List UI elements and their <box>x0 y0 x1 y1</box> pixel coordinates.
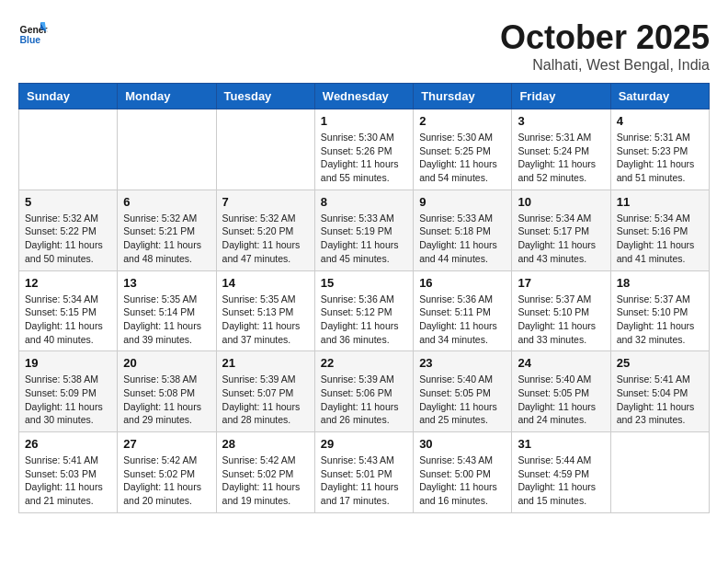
day-info: Sunrise: 5:33 AM Sunset: 5:19 PM Dayligh… <box>321 212 407 266</box>
calendar-week-row: 12Sunrise: 5:34 AM Sunset: 5:15 PM Dayli… <box>19 270 710 351</box>
calendar-cell: 12Sunrise: 5:34 AM Sunset: 5:15 PM Dayli… <box>19 270 118 351</box>
calendar-cell: 31Sunrise: 5:44 AM Sunset: 4:59 PM Dayli… <box>512 432 610 513</box>
day-info: Sunrise: 5:31 AM Sunset: 5:23 PM Dayligh… <box>617 131 703 185</box>
day-info: Sunrise: 5:42 AM Sunset: 5:02 PM Dayligh… <box>222 454 309 508</box>
calendar-cell <box>610 432 709 513</box>
day-info: Sunrise: 5:34 AM Sunset: 5:17 PM Dayligh… <box>518 212 604 266</box>
day-number: 22 <box>321 356 407 370</box>
day-number: 24 <box>518 356 604 370</box>
day-info: Sunrise: 5:30 AM Sunset: 5:25 PM Dayligh… <box>419 131 506 185</box>
calendar-week-row: 19Sunrise: 5:38 AM Sunset: 5:09 PM Dayli… <box>19 351 710 432</box>
calendar-cell: 28Sunrise: 5:42 AM Sunset: 5:02 PM Dayli… <box>216 432 314 513</box>
day-info: Sunrise: 5:40 AM Sunset: 5:05 PM Dayligh… <box>419 373 506 427</box>
calendar-cell: 21Sunrise: 5:39 AM Sunset: 5:07 PM Dayli… <box>216 351 314 432</box>
day-number: 25 <box>617 356 703 370</box>
day-number: 27 <box>123 437 210 451</box>
day-number: 1 <box>321 114 407 128</box>
month-title: October 2025 <box>500 18 710 57</box>
day-number: 9 <box>419 195 506 209</box>
calendar-cell <box>118 109 216 190</box>
day-info: Sunrise: 5:30 AM Sunset: 5:26 PM Dayligh… <box>321 131 407 185</box>
calendar-header-row: SundayMondayTuesdayWednesdayThursdayFrid… <box>19 84 710 109</box>
day-number: 29 <box>321 437 407 451</box>
day-number: 13 <box>123 276 210 290</box>
calendar-week-row: 26Sunrise: 5:41 AM Sunset: 5:03 PM Dayli… <box>19 432 710 513</box>
day-number: 6 <box>123 195 210 209</box>
day-info: Sunrise: 5:36 AM Sunset: 5:12 PM Dayligh… <box>321 293 407 347</box>
calendar-cell: 5Sunrise: 5:32 AM Sunset: 5:22 PM Daylig… <box>19 190 118 270</box>
day-number: 11 <box>617 195 703 209</box>
calendar-cell: 18Sunrise: 5:37 AM Sunset: 5:10 PM Dayli… <box>610 270 709 351</box>
calendar-cell: 20Sunrise: 5:38 AM Sunset: 5:08 PM Dayli… <box>118 351 216 432</box>
day-info: Sunrise: 5:43 AM Sunset: 5:00 PM Dayligh… <box>419 454 506 508</box>
calendar-cell: 2Sunrise: 5:30 AM Sunset: 5:25 PM Daylig… <box>414 109 512 190</box>
logo: General Blue <box>18 18 48 48</box>
day-info: Sunrise: 5:33 AM Sunset: 5:18 PM Dayligh… <box>419 212 506 266</box>
day-info: Sunrise: 5:32 AM Sunset: 5:20 PM Dayligh… <box>222 212 309 266</box>
day-info: Sunrise: 5:39 AM Sunset: 5:07 PM Dayligh… <box>222 373 309 427</box>
weekday-header: Sunday <box>19 84 118 109</box>
calendar: SundayMondayTuesdayWednesdayThursdayFrid… <box>18 83 710 513</box>
day-number: 30 <box>419 437 506 451</box>
calendar-week-row: 5Sunrise: 5:32 AM Sunset: 5:22 PM Daylig… <box>19 190 710 270</box>
day-number: 15 <box>321 276 407 290</box>
day-number: 12 <box>25 276 111 290</box>
calendar-cell <box>19 109 118 190</box>
calendar-cell: 30Sunrise: 5:43 AM Sunset: 5:00 PM Dayli… <box>414 432 512 513</box>
calendar-cell: 14Sunrise: 5:35 AM Sunset: 5:13 PM Dayli… <box>216 270 314 351</box>
day-number: 18 <box>617 276 703 290</box>
calendar-cell: 6Sunrise: 5:32 AM Sunset: 5:21 PM Daylig… <box>118 190 216 270</box>
page-header: General Blue October 2025 Nalhati, West … <box>18 18 710 74</box>
day-number: 2 <box>419 114 506 128</box>
day-number: 19 <box>25 356 111 370</box>
day-info: Sunrise: 5:32 AM Sunset: 5:21 PM Dayligh… <box>123 212 210 266</box>
calendar-cell: 22Sunrise: 5:39 AM Sunset: 5:06 PM Dayli… <box>314 351 413 432</box>
day-number: 5 <box>25 195 111 209</box>
calendar-cell: 24Sunrise: 5:40 AM Sunset: 5:05 PM Dayli… <box>512 351 610 432</box>
day-info: Sunrise: 5:44 AM Sunset: 4:59 PM Dayligh… <box>518 454 604 508</box>
day-info: Sunrise: 5:38 AM Sunset: 5:08 PM Dayligh… <box>123 373 210 427</box>
calendar-cell: 17Sunrise: 5:37 AM Sunset: 5:10 PM Dayli… <box>512 270 610 351</box>
day-number: 26 <box>25 437 111 451</box>
day-info: Sunrise: 5:41 AM Sunset: 5:03 PM Dayligh… <box>25 454 111 508</box>
weekday-header: Monday <box>118 84 216 109</box>
weekday-header: Tuesday <box>216 84 314 109</box>
logo-icon: General Blue <box>18 18 48 48</box>
day-number: 7 <box>222 195 309 209</box>
calendar-cell: 27Sunrise: 5:42 AM Sunset: 5:02 PM Dayli… <box>118 432 216 513</box>
day-number: 4 <box>617 114 703 128</box>
calendar-cell: 4Sunrise: 5:31 AM Sunset: 5:23 PM Daylig… <box>610 109 709 190</box>
day-number: 31 <box>518 437 604 451</box>
calendar-cell: 29Sunrise: 5:43 AM Sunset: 5:01 PM Dayli… <box>314 432 413 513</box>
calendar-week-row: 1Sunrise: 5:30 AM Sunset: 5:26 PM Daylig… <box>19 109 710 190</box>
day-info: Sunrise: 5:34 AM Sunset: 5:15 PM Dayligh… <box>25 293 111 347</box>
day-info: Sunrise: 5:40 AM Sunset: 5:05 PM Dayligh… <box>518 373 604 427</box>
day-info: Sunrise: 5:32 AM Sunset: 5:22 PM Dayligh… <box>25 212 111 266</box>
calendar-cell: 23Sunrise: 5:40 AM Sunset: 5:05 PM Dayli… <box>414 351 512 432</box>
day-number: 21 <box>222 356 309 370</box>
day-info: Sunrise: 5:43 AM Sunset: 5:01 PM Dayligh… <box>321 454 407 508</box>
day-number: 20 <box>123 356 210 370</box>
day-info: Sunrise: 5:31 AM Sunset: 5:24 PM Dayligh… <box>518 131 604 185</box>
day-info: Sunrise: 5:39 AM Sunset: 5:06 PM Dayligh… <box>321 373 407 427</box>
day-number: 3 <box>518 114 604 128</box>
day-info: Sunrise: 5:36 AM Sunset: 5:11 PM Dayligh… <box>419 293 506 347</box>
day-number: 10 <box>518 195 604 209</box>
svg-text:Blue: Blue <box>20 35 41 45</box>
title-section: October 2025 Nalhati, West Bengal, India <box>500 18 710 74</box>
calendar-cell: 3Sunrise: 5:31 AM Sunset: 5:24 PM Daylig… <box>512 109 610 190</box>
weekday-header: Friday <box>512 84 610 109</box>
day-info: Sunrise: 5:37 AM Sunset: 5:10 PM Dayligh… <box>518 293 604 347</box>
calendar-cell: 15Sunrise: 5:36 AM Sunset: 5:12 PM Dayli… <box>314 270 413 351</box>
day-number: 28 <box>222 437 309 451</box>
day-info: Sunrise: 5:34 AM Sunset: 5:16 PM Dayligh… <box>617 212 703 266</box>
weekday-header: Thursday <box>414 84 512 109</box>
calendar-cell: 9Sunrise: 5:33 AM Sunset: 5:18 PM Daylig… <box>414 190 512 270</box>
day-info: Sunrise: 5:42 AM Sunset: 5:02 PM Dayligh… <box>123 454 210 508</box>
calendar-cell: 1Sunrise: 5:30 AM Sunset: 5:26 PM Daylig… <box>314 109 413 190</box>
calendar-cell: 25Sunrise: 5:41 AM Sunset: 5:04 PM Dayli… <box>610 351 709 432</box>
day-number: 16 <box>419 276 506 290</box>
day-info: Sunrise: 5:37 AM Sunset: 5:10 PM Dayligh… <box>617 293 703 347</box>
day-number: 8 <box>321 195 407 209</box>
calendar-cell: 13Sunrise: 5:35 AM Sunset: 5:14 PM Dayli… <box>118 270 216 351</box>
